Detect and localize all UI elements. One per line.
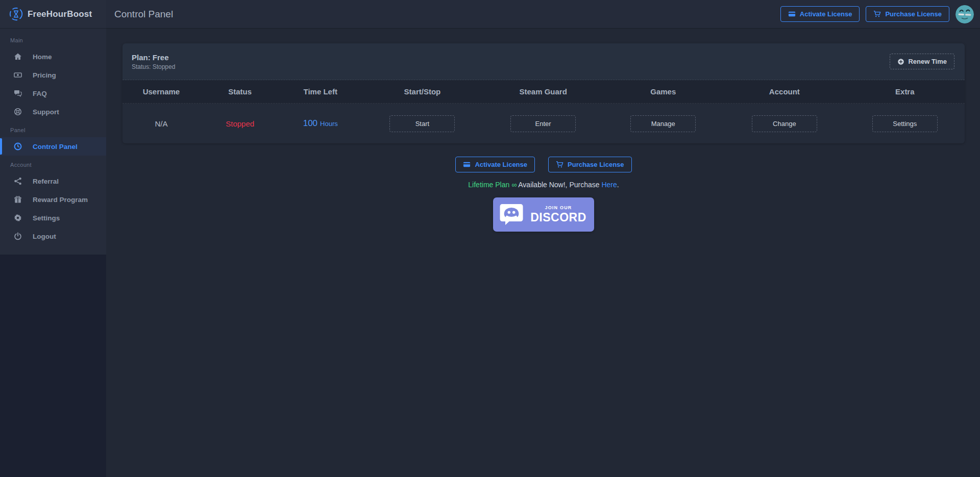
power-icon [13, 232, 22, 240]
cell-status: Stopped [200, 119, 280, 128]
infinity-icon: ∞ [511, 181, 517, 189]
share-icon [13, 177, 22, 185]
top-bar: FreeHourBoost Control Panel Activate Lic… [0, 0, 980, 28]
gear-icon [13, 214, 22, 222]
discord-join-text: JOIN OUR [545, 205, 572, 210]
center-zone: Activate LicensePurchase License Lifetim… [122, 143, 965, 232]
renew-time-button[interactable]: Renew Time [890, 54, 954, 69]
col-header-extra: Extra [845, 87, 965, 96]
brand-name: FreeHourBoost [28, 9, 92, 19]
col-header-time-left: Time Left [280, 87, 361, 96]
cell-games: Manage [602, 115, 724, 132]
sidebar-item-label: Support [33, 108, 59, 116]
hourglass-boost-icon [9, 7, 23, 21]
credit-card-icon [788, 10, 796, 18]
sidebar-item-referral[interactable]: Referral [0, 172, 106, 190]
top-actions: Activate LicensePurchase License [780, 5, 980, 23]
sidebar-section-label-main: Main [0, 31, 106, 47]
sidebar-item-label: Control Panel [33, 143, 78, 150]
sidebar-item-faq[interactable]: FAQ [0, 84, 106, 103]
table-row: N/AStopped100HoursStartEnterManageChange… [122, 104, 965, 143]
sidebar-item-control-panel[interactable]: Control Panel [0, 137, 106, 156]
row-button-start[interactable]: Start [389, 115, 455, 132]
col-header-status: Status [200, 87, 280, 96]
plan-card-header: Plan: Free Status: Stopped Renew Time [122, 43, 965, 80]
col-header-username: Username [122, 87, 200, 96]
plan-info: Plan: Free Status: Stopped [132, 53, 175, 70]
sidebar-item-label: Settings [33, 214, 60, 222]
purchase-license-button[interactable]: Purchase License [866, 6, 949, 22]
sidebar: MainHomePricingFAQSupportPanelControl Pa… [0, 28, 106, 477]
cart-icon [556, 161, 564, 168]
license-buttons-row: Activate LicensePurchase License [455, 157, 631, 172]
row-button-manage[interactable]: Manage [630, 115, 696, 132]
sidebar-item-settings[interactable]: Settings [0, 209, 106, 227]
col-header-steam-guard: Steam Guard [484, 87, 603, 96]
activate-license-button[interactable]: Activate License [780, 6, 860, 22]
row-button-enter[interactable]: Enter [510, 115, 576, 132]
comments-icon [13, 89, 22, 97]
promo-here-link[interactable]: Here [601, 181, 617, 189]
sidebar-section-label-panel: Panel [0, 121, 106, 137]
row-button-settings[interactable]: Settings [872, 115, 938, 132]
purchase-license-label: Purchase License [568, 161, 624, 168]
cell-steam-guard: Enter [484, 115, 603, 132]
sidebar-item-logout[interactable]: Logout [0, 227, 106, 245]
activate-license-button-center[interactable]: Activate License [455, 157, 535, 172]
sidebar-item-home[interactable]: Home [0, 47, 106, 66]
activate-license-label: Activate License [800, 10, 852, 18]
user-avatar[interactable] [955, 5, 974, 23]
sidebar-item-support[interactable]: Support [0, 103, 106, 121]
promo-middle: Available Now!, Purchase [517, 181, 601, 189]
col-header-start-stop: Start/Stop [361, 87, 484, 96]
life-ring-icon [13, 108, 22, 116]
sidebar-item-label: Referral [33, 178, 59, 185]
plus-circle-icon [897, 58, 904, 65]
sidebar-item-reward-program[interactable]: Reward Program [0, 190, 106, 209]
sidebar-item-label: Home [33, 53, 52, 61]
sidebar-item-label: Reward Program [33, 196, 88, 204]
credit-card-icon [463, 161, 471, 168]
promo-suffix: . [617, 181, 619, 189]
sidebar-item-label: Logout [33, 233, 56, 240]
purchase-license-button-center[interactable]: Purchase License [548, 157, 632, 172]
page-title: Control Panel [106, 9, 173, 20]
time-left-value: 100 [303, 118, 317, 128]
table-header-row: UsernameStatusTime LeftStart/StopSteam G… [122, 80, 965, 104]
discord-text: JOIN OUR DISCORD [529, 205, 587, 224]
col-header-account: Account [724, 87, 845, 96]
cell-start-stop: Start [361, 115, 484, 132]
purchase-license-label: Purchase License [885, 10, 942, 18]
sidebar-item-label: Pricing [33, 71, 56, 79]
discord-banner[interactable]: JOIN OUR DISCORD [493, 197, 594, 232]
gift-icon [13, 195, 22, 204]
discord-wordmark: DISCORD [530, 211, 586, 224]
time-left-unit: Hours [320, 120, 338, 128]
app-root: FreeHourBoost Control Panel Activate Lic… [0, 0, 980, 477]
sidebar-filler [0, 255, 106, 477]
cell-username: N/A [122, 119, 200, 128]
main-content: Plan: Free Status: Stopped Renew Time Us… [106, 28, 980, 477]
sidebar-item-pricing[interactable]: Pricing [0, 66, 106, 84]
money-icon [13, 71, 22, 79]
col-header-games: Games [602, 87, 724, 96]
cell-extra: Settings [845, 115, 965, 132]
activate-license-label: Activate License [475, 161, 527, 168]
header-license-buttons: Activate LicensePurchase License [780, 6, 949, 22]
promo-plan: Lifetime Plan [468, 181, 509, 189]
plan-label: Plan: Free [132, 53, 175, 62]
sidebar-item-label: FAQ [33, 90, 47, 97]
row-button-change[interactable]: Change [752, 115, 817, 132]
plan-card: Plan: Free Status: Stopped Renew Time Us… [122, 43, 965, 143]
sidebar-section-label-account: Account [0, 156, 106, 172]
home-icon [13, 53, 22, 61]
plan-status-label: Status: Stopped [132, 63, 175, 70]
brand[interactable]: FreeHourBoost [0, 0, 106, 28]
renew-time-label: Renew Time [908, 58, 947, 65]
cell-time-left: 100Hours [280, 118, 361, 129]
cart-icon [873, 10, 881, 18]
discord-icon [499, 203, 524, 226]
cell-account: Change [724, 115, 845, 132]
promo-line: Lifetime Plan ∞ Available Now!, Purchase… [468, 181, 619, 189]
clock-icon [13, 142, 22, 150]
